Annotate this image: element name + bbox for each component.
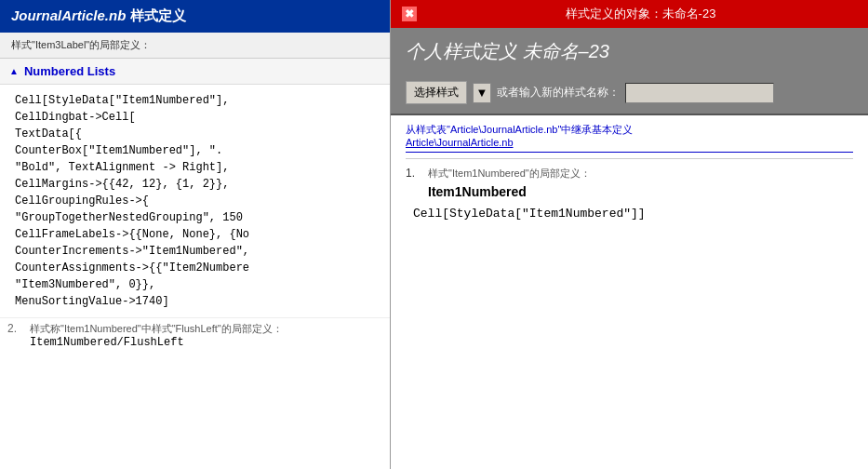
inherit-info: 从样式表"Article\JournalArticle.nb"中继承基本定义 A… [406,123,853,153]
item-2-name: Item1Numbered/FlushLeft [30,336,283,349]
section-arrow-icon: ▲ [9,66,19,76]
select-style-button[interactable]: 选择样式 [406,81,467,104]
section-header-numbered-lists[interactable]: ▲ Numbered Lists [0,59,390,85]
code-line-8: "GroupTogetherNestedGrouping", 150 [15,209,375,226]
left-code-block: Cell[StyleData["Item1Numbered"], CellDin… [0,85,390,317]
right-code-block: Cell[StyleData["Item1Numbered"]] [413,205,853,224]
code-line-4: CounterBox["Item1Numbered"], ". [15,142,375,159]
left-subheader-text: 样式"Item3Label"的局部定义： [11,38,151,52]
style-dropdown[interactable]: ▼ [473,83,491,103]
style-item-1-header: 1. 样式"Item1Numbered"的局部定义： [406,167,853,181]
right-header-title: 样式定义的对象：未命名-23 [424,6,857,22]
inherit-text: 从样式表"Article\JournalArticle.nb"中继承基本定义 [406,124,633,135]
right-toolbar: 选择样式 ▼ 或者输入新的样式名称： [391,75,868,115]
code-line-3: TextData[{ [15,126,375,142]
close-icon[interactable]: ✖ [402,7,417,21]
code-line-11: CounterAssignments->{{"Item2Numbere [15,260,375,276]
left-panel: JournalArticle.nb 样式定义 样式"Item3Label"的局部… [0,0,391,469]
code-line-7: CellGroupingRules->{ [15,193,375,209]
section-label: Numbered Lists [24,64,115,78]
close-icon-symbol: ✖ [405,7,414,20]
style-item-1-number: 1. [406,167,424,180]
code-line-12: "Item3Numbered", 0}}, [15,276,375,293]
right-code-line: Cell[StyleData["Item1Numbered"]] [413,207,646,221]
right-title-text: 个人样式定义 未命名–23 [406,41,609,61]
left-header-title-italic: JournalArticle.nb [11,7,126,23]
left-subheader: 样式"Item3Label"的局部定义： [0,33,390,59]
style-item-1-label: 样式"Item1Numbered"的局部定义： [428,167,591,181]
style-name-input[interactable] [625,83,774,103]
code-line-2: CellDingbat->Cell[ [15,109,375,126]
right-header: ✖ 样式定义的对象：未命名-23 [391,0,868,28]
code-line-13: MenuSortingValue->1740] [15,293,375,310]
code-line-6: CellMargins->{{42, 12}, {1, 2}}, [15,176,375,193]
item-2-number: 2. [7,322,26,349]
right-title-bar: 个人样式定义 未命名–23 [391,28,868,75]
right-content: 从样式表"Article\JournalArticle.nb"中继承基本定义 A… [391,115,868,469]
inherit-link[interactable]: Article\JournalArticle.nb [406,137,514,148]
style-item-1: 1. 样式"Item1Numbered"的局部定义： Item1Numbered [406,167,853,199]
code-line-10: CounterIncrements->"Item1Numbered", [15,243,375,260]
code-line-9: CellFrameLabels->{{None, None}, {No [15,226,375,243]
or-text: 或者输入新的样式名称： [497,85,620,100]
right-panel: ✖ 样式定义的对象：未命名-23 个人样式定义 未命名–23 选择样式 ▼ 或者… [391,0,868,469]
style-item-1-name: Item1Numbered [428,184,853,199]
left-item-2: 2. 样式称"Item1Numbered"中样式"FlushLeft"的局部定义… [0,317,390,353]
code-line-5: "Bold", TextAlignment -> Right], [15,159,375,176]
code-line-1: Cell[StyleData["Item1Numbered"], [15,92,375,109]
select-style-label: 选择样式 [414,85,459,100]
left-header-title-normal: 样式定义 [126,7,185,23]
left-header: JournalArticle.nb 样式定义 [0,0,390,33]
divider [406,158,853,159]
item-2-label: 样式称"Item1Numbered"中样式"FlushLeft"的局部定义： [30,322,283,336]
left-content: ▲ Numbered Lists Cell[StyleData["Item1Nu… [0,59,390,469]
